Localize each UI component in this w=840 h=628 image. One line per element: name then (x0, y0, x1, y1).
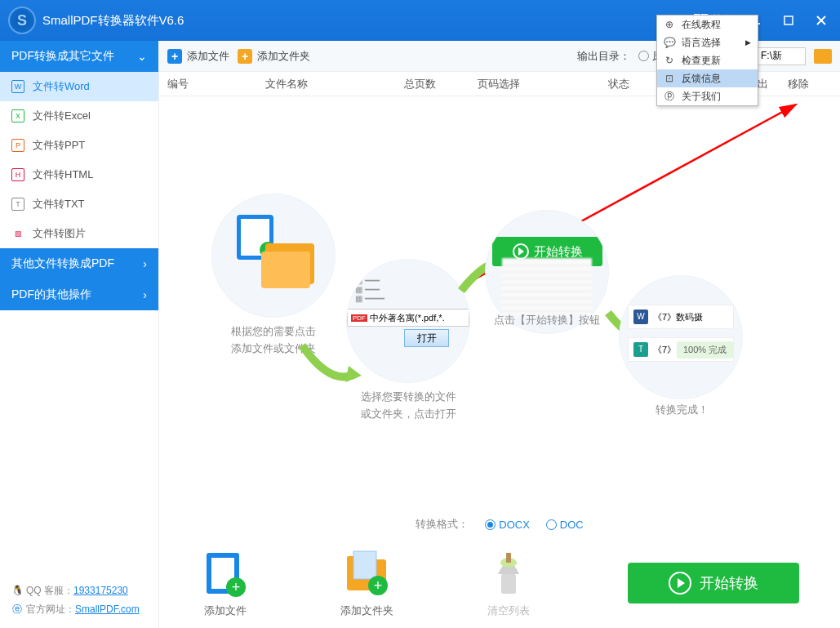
app-title: SmallPDF转换器软件V6.6 (42, 13, 184, 29)
sidebar-item-image[interactable]: ▧文件转图片 (0, 219, 158, 248)
menu-about[interactable]: ⓟ关于我们 (657, 87, 758, 105)
sidebar-item-ppt[interactable]: P文件转PPT (0, 131, 158, 160)
chevron-right-icon: ▶ (745, 38, 751, 47)
svg-rect-17 (353, 551, 376, 579)
add-file-button[interactable]: +添加文件 (167, 49, 229, 64)
globe-icon: ⓔ (11, 603, 23, 617)
menu-check-update[interactable]: ↻检查更新 (657, 51, 758, 69)
action-clear-list[interactable]: 清空列表 (483, 548, 534, 618)
action-add-file[interactable]: + 添加文件 (200, 548, 251, 618)
close-button[interactable] (811, 13, 832, 28)
site-link[interactable]: SmallPDF.com (75, 604, 140, 615)
radio-icon (485, 519, 496, 530)
guide-step4-caption: 转换完成！ (616, 402, 747, 419)
radio-docx[interactable]: DOCX (485, 519, 530, 531)
word-icon: W (11, 80, 24, 93)
chevron-right-icon: › (143, 257, 147, 270)
guide-step3-caption: 点击【开始转换】按钮 (482, 312, 612, 329)
sidebar-section-pdf-to-other[interactable]: PDF转换成其它文件 ⌄ (0, 41, 158, 72)
svg-text:+: + (373, 577, 382, 594)
chat-icon: ⊡ (664, 73, 675, 84)
sidebar-item-html[interactable]: H文件转HTML (0, 160, 158, 189)
sidebar-section-pdf-other-ops[interactable]: PDF的其他操作 › (0, 279, 158, 310)
main-area: +添加文件 +添加文件夹 输出目录： 原文件夹 自定义 编号 文件名称 总页数 … (159, 41, 840, 628)
sidebar-item-word[interactable]: W文件转Word (0, 72, 158, 101)
html-icon: H (11, 168, 24, 181)
menu-language[interactable]: 💬语言选择▶ (657, 33, 758, 51)
sidebar-item-txt[interactable]: T文件转TXT (0, 189, 158, 219)
maximize-button[interactable] (778, 13, 799, 28)
sidebar-footer: 🐧QQ 客服：1933175230 ⓔ官方网址：SmallPDF.com (0, 572, 158, 628)
menu-online-tutorial[interactable]: ⊕在线教程 (657, 16, 758, 33)
guide-step4-circle: W《7》数码摄 T《7》 100% 完成 (620, 276, 742, 399)
radio-doc[interactable]: DOC (546, 519, 584, 531)
guide-step2-caption: 选择您要转换的文件或文件夹，点击打开 (343, 389, 473, 423)
guide-step1-circle: + (212, 194, 335, 317)
play-icon (513, 243, 529, 260)
sidebar-section-other-to-pdf[interactable]: 其他文件转换成PDF › (0, 248, 158, 279)
svg-rect-20 (501, 574, 516, 594)
browse-folder-button[interactable] (814, 49, 832, 64)
app-logo: S (8, 7, 36, 34)
svg-text:+: + (232, 579, 241, 595)
output-path-input[interactable] (757, 47, 806, 65)
col-number: 编号 (167, 77, 265, 91)
format-row: 转换格式： DOCX DOC (159, 510, 840, 538)
start-convert-button[interactable]: 开始转换 (628, 563, 799, 604)
action-row: + 添加文件 + 添加文件夹 清空列表 开始转换 (159, 538, 840, 628)
col-filename: 文件名称 (265, 77, 404, 91)
ppt-icon: P (11, 139, 24, 152)
action-add-folder[interactable]: + 添加文件夹 (340, 548, 393, 618)
plus-icon: + (167, 49, 182, 64)
speech-icon: 💬 (664, 37, 675, 48)
txt-icon: T (11, 198, 24, 211)
chevron-right-icon: › (143, 288, 147, 301)
context-menu: ⊕在线教程 💬语言选择▶ ↻检查更新 ⊡反馈信息 ⓟ关于我们 (656, 15, 758, 106)
open-button: 打开 (404, 329, 449, 347)
image-icon: ▧ (11, 227, 24, 240)
qq-link[interactable]: 1933175230 (73, 585, 128, 596)
guide-step2-circle: ▦ ━━━▦ ━━━▦ ━━━━ PDF中外著名寓(*.pdf,*. 打开 (347, 260, 469, 382)
format-label: 转换格式： (416, 517, 469, 532)
excel-icon: X (11, 109, 24, 122)
globe-icon: ⊕ (664, 19, 675, 30)
info-icon: ⓟ (664, 90, 675, 104)
radio-icon (546, 519, 557, 530)
chevron-down-icon: ⌄ (137, 50, 147, 63)
menu-feedback[interactable]: ⊡反馈信息 (657, 69, 758, 87)
add-folder-button[interactable]: +添加文件夹 (238, 49, 310, 64)
refresh-icon: ↻ (664, 55, 675, 66)
output-label: 输出目录： (577, 49, 630, 64)
svg-rect-22 (506, 553, 511, 563)
guide-area: + 根据您的需要点击添加文件或文件夹 ▦ ━━━▦ ━━━▦ ━━━━ PDF中… (159, 96, 840, 510)
sidebar-item-excel[interactable]: X文件转Excel (0, 101, 158, 131)
svg-rect-1 (784, 16, 793, 24)
plus-icon: + (238, 49, 252, 64)
play-icon (669, 572, 691, 595)
qq-icon: 🐧 (11, 585, 23, 596)
svg-rect-10 (261, 252, 310, 288)
radio-icon (638, 51, 649, 61)
sidebar: PDF转换成其它文件 ⌄ W文件转Word X文件转Excel P文件转PPT … (0, 41, 159, 628)
